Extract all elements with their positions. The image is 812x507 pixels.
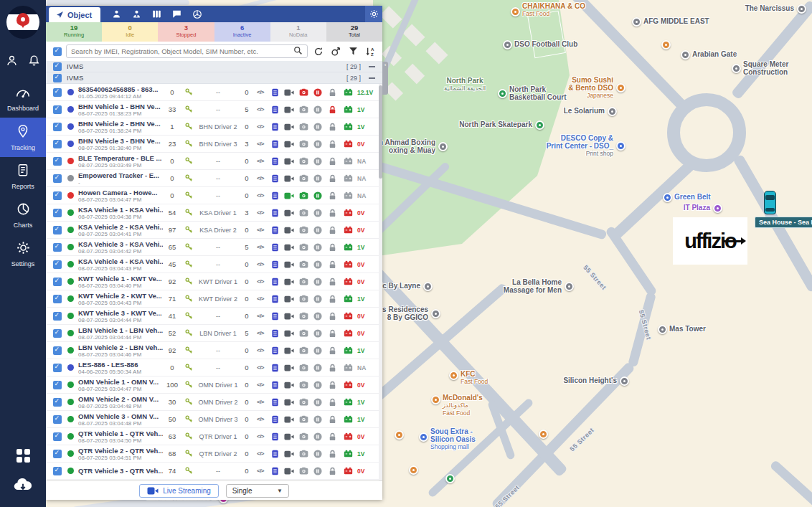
- poi-pin-icon[interactable]: [713, 204, 722, 213]
- details-icon[interactable]: [268, 295, 282, 303]
- row-checkbox[interactable]: [53, 450, 62, 458]
- details-icon[interactable]: [268, 432, 282, 441]
- status-chip-stopped[interactable]: 3Stopped: [158, 22, 214, 42]
- object-row[interactable]: Empowered Tracker - E... - 0 -- 0 </> NA: [46, 170, 382, 187]
- ignition-key-icon[interactable]: [181, 191, 196, 199]
- poi-pin-icon[interactable]: [797, 4, 806, 14]
- status-chip-running[interactable]: 19Running: [46, 22, 102, 42]
- object-row[interactable]: QTR Vehicle 3 - QTR Veh... 74 -- 0 </> 0…: [46, 463, 382, 480]
- details-icon[interactable]: [268, 398, 282, 407]
- photo-camera-icon[interactable]: [296, 260, 311, 268]
- poi-label[interactable]: ic By Layne: [380, 282, 420, 290]
- groups-tab-icon[interactable]: [152, 9, 161, 19]
- details-icon[interactable]: [268, 243, 282, 252]
- code-icon[interactable]: </>: [253, 244, 268, 250]
- details-icon[interactable]: [268, 346, 282, 355]
- object-row[interactable]: QTR Vehicle 2 - QTR Veh... 08-07-2025 03…: [46, 445, 382, 463]
- status-chip-total[interactable]: 29Total: [326, 22, 382, 42]
- sidebar-item-dashboard[interactable]: Dashboard: [0, 80, 46, 118]
- code-icon[interactable]: </>: [253, 347, 268, 354]
- row-checkbox[interactable]: [53, 105, 62, 114]
- tab-object[interactable]: Object: [49, 7, 100, 22]
- poi-pin-icon[interactable]: [681, 50, 690, 60]
- poi-pin-icon[interactable]: [732, 64, 741, 73]
- poi-label[interactable]: xis Residences8 By GGICO: [377, 305, 428, 321]
- row-checkbox[interactable]: [53, 415, 62, 424]
- ignition-key-icon[interactable]: [181, 243, 196, 251]
- code-icon[interactable]: </>: [253, 209, 268, 216]
- row-checkbox[interactable]: [53, 226, 62, 234]
- playback-icon[interactable]: [311, 278, 325, 286]
- poi-label[interactable]: IT Plaza: [684, 204, 710, 212]
- photo-camera-icon[interactable]: [296, 243, 311, 251]
- ignition-key-icon[interactable]: [181, 415, 196, 423]
- details-icon[interactable]: [268, 364, 282, 372]
- code-icon[interactable]: </>: [253, 313, 268, 319]
- details-icon[interactable]: [268, 381, 282, 389]
- poi-label[interactable]: North Parkالحديقة الشمالية: [444, 77, 486, 93]
- object-row[interactable]: KSA Vehicle 3 - KSA Vehi... 08-07-2025 0…: [46, 239, 382, 256]
- ignition-key-icon[interactable]: [181, 398, 196, 406]
- object-row[interactable]: OMN Vehicle 1 - OMN V... 08-07-2025 03:0…: [46, 376, 382, 394]
- ignition-key-icon[interactable]: [181, 432, 196, 440]
- driver-tab-icon[interactable]: [112, 9, 121, 19]
- poi-pin-icon[interactable]: [661, 40, 671, 49]
- code-icon[interactable]: </>: [253, 89, 268, 95]
- photo-camera-icon[interactable]: [296, 295, 311, 303]
- object-row[interactable]: BHN Vehicle 2 - BHN Ve... 08-07-2025 01:…: [46, 118, 382, 136]
- lock-icon[interactable]: [325, 243, 339, 252]
- code-icon[interactable]: </>: [253, 450, 268, 457]
- lock-icon[interactable]: [325, 140, 339, 148]
- video-camera-icon[interactable]: [282, 364, 296, 371]
- playback-icon[interactable]: [311, 157, 325, 166]
- playback-icon[interactable]: [311, 191, 325, 200]
- poi-pin-icon[interactable]: [539, 430, 548, 439]
- photo-camera-icon[interactable]: [296, 467, 311, 475]
- status-chip-inactive[interactable]: 6Inactive: [214, 22, 270, 42]
- lock-icon[interactable]: [325, 260, 339, 269]
- video-camera-icon[interactable]: [282, 416, 296, 423]
- filter-button[interactable]: [346, 45, 359, 58]
- details-icon[interactable]: [268, 140, 282, 148]
- ignition-key-icon[interactable]: [181, 123, 196, 131]
- object-row[interactable]: LES-886 - LES-886 04-06-2025 05:50:34 AM…: [46, 359, 382, 376]
- lock-icon[interactable]: [325, 226, 339, 234]
- poi-pin-icon[interactable]: [431, 309, 440, 318]
- poi-pin-icon[interactable]: [616, 141, 625, 151]
- refresh-button[interactable]: [312, 45, 325, 58]
- row-checkbox[interactable]: [53, 123, 62, 131]
- vehicle-marker[interactable]: [764, 191, 776, 214]
- ignition-key-icon[interactable]: [181, 88, 196, 96]
- poi-label[interactable]: Souq Extra -Silicon OasisShopping mall: [430, 427, 476, 451]
- details-icon[interactable]: [268, 209, 282, 217]
- photo-camera-icon[interactable]: [296, 450, 311, 458]
- panel-settings-button[interactable]: [365, 6, 382, 22]
- photo-camera-icon[interactable]: [296, 278, 311, 285]
- object-row[interactable]: OMN Vehicle 2 - OMN V... 08-07-2025 03:0…: [46, 394, 382, 411]
- search-input[interactable]: [71, 47, 293, 55]
- row-checkbox[interactable]: [53, 346, 62, 355]
- playback-icon[interactable]: [311, 88, 325, 97]
- lock-icon[interactable]: [325, 191, 339, 200]
- photo-camera-icon[interactable]: [296, 398, 311, 406]
- sidebar-item-settings[interactable]: Settings: [0, 234, 46, 273]
- lock-icon[interactable]: [325, 209, 339, 217]
- collapse-group-icon[interactable]: [369, 77, 375, 79]
- poi-label[interactable]: La Bella HomeMassage for Men: [504, 278, 562, 294]
- photo-camera-icon[interactable]: [296, 105, 311, 113]
- stream-mode-select[interactable]: Single ▼: [226, 484, 289, 498]
- video-camera-icon[interactable]: [282, 330, 296, 337]
- poi-label[interactable]: McDonald'sماكدونالدزFast Food: [443, 394, 483, 417]
- video-camera-icon[interactable]: [282, 295, 296, 303]
- row-checkbox[interactable]: [53, 398, 62, 407]
- row-checkbox[interactable]: [53, 209, 62, 217]
- poi-label[interactable]: Arabian Gate: [692, 50, 737, 58]
- playback-icon[interactable]: [311, 346, 325, 355]
- chat-tab-icon[interactable]: [172, 9, 181, 19]
- poi-pin-icon[interactable]: [423, 282, 433, 291]
- video-camera-icon[interactable]: [282, 313, 296, 320]
- video-camera-icon[interactable]: [282, 261, 296, 268]
- ignition-key-icon[interactable]: [181, 140, 196, 148]
- poi-pin-icon[interactable]: [395, 430, 404, 440]
- video-camera-icon[interactable]: [282, 433, 296, 440]
